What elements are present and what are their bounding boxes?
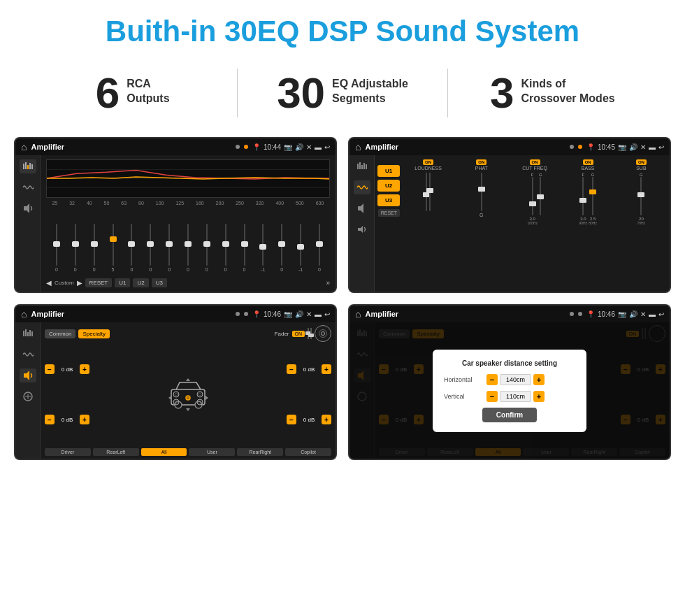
nav-wave-icon[interactable] — [20, 180, 36, 194]
minimize-icon: ▬ — [315, 143, 322, 151]
nav-eq-icon[interactable] — [20, 159, 36, 173]
preset-u1[interactable]: U1 — [377, 165, 400, 177]
dot-icon-8 — [578, 312, 582, 316]
db-plus-bl[interactable]: + — [80, 415, 89, 424]
fader-tab-common[interactable]: Common — [45, 329, 75, 338]
db-minus-tl[interactable]: − — [45, 364, 55, 374]
eq-slider-7[interactable]: 0 — [179, 220, 197, 275]
settings-icon[interactable] — [315, 325, 331, 342]
eq-slider-9[interactable]: 0 — [217, 220, 235, 275]
vertical-plus-btn[interactable]: + — [533, 391, 545, 402]
dot-icon-7 — [570, 312, 574, 316]
dot-icon-1 — [236, 145, 240, 149]
nav-expand-icon-3[interactable] — [20, 389, 36, 403]
home-icon-3[interactable]: ⌂ — [21, 308, 27, 320]
phat-label: PHAT — [475, 166, 488, 171]
eq-slider-13[interactable]: -1 — [291, 220, 310, 275]
btn-user[interactable]: User — [189, 448, 235, 456]
nav-wave-icon-2[interactable] — [354, 180, 370, 194]
eq-slider-10[interactable]: 0 — [236, 220, 254, 275]
fader-tab-specialty[interactable]: Specialty — [78, 329, 109, 338]
eq-slider-2[interactable]: 0 — [85, 220, 103, 275]
home-icon-4[interactable]: ⌂ — [355, 308, 361, 320]
btn-rearright[interactable]: RearRight — [237, 448, 283, 456]
eq-prev-btn[interactable]: ◀ — [46, 279, 52, 287]
db-minus-bl[interactable]: − — [45, 415, 55, 424]
preset-u2[interactable]: U2 — [377, 180, 400, 192]
nav-speaker-icon-3[interactable] — [20, 368, 36, 382]
horizontal-minus-btn[interactable]: − — [486, 374, 498, 385]
confirm-button[interactable]: Confirm — [482, 408, 537, 422]
eq-slider-11[interactable]: -1 — [254, 220, 272, 275]
nav-eq-icon-3[interactable] — [20, 327, 36, 341]
stat-rca-number: 6 — [96, 71, 120, 115]
btn-driver[interactable]: Driver — [45, 448, 91, 456]
crossover-reset[interactable]: RESET — [378, 209, 400, 217]
cutfreq-slider-f[interactable] — [532, 177, 533, 215]
preset-u3[interactable]: U3 — [377, 194, 400, 206]
nav-volume-icon-2[interactable] — [354, 222, 370, 236]
eq-side-nav — [15, 155, 41, 292]
nav-speaker-icon[interactable] — [20, 201, 36, 215]
db-value-br: 0 dB — [298, 417, 319, 423]
eq-u1-btn[interactable]: U1 — [115, 278, 130, 287]
eq-bottom-bar: ◀ Custom ▶ RESET U1 U2 U3 » — [46, 278, 330, 287]
location-icon-3: 📍 — [252, 310, 261, 318]
svg-rect-10 — [359, 162, 361, 169]
btn-copilot[interactable]: Copilot — [285, 448, 331, 456]
eq-slider-5[interactable]: 0 — [141, 220, 159, 275]
db-plus-br[interactable]: + — [322, 415, 331, 424]
db-plus-tr[interactable]: + — [322, 364, 331, 374]
vertical-stepper: − 110cm + — [486, 391, 545, 402]
cutfreq-slider-g[interactable] — [540, 177, 541, 215]
horizontal-plus-btn[interactable]: + — [533, 374, 545, 385]
eq-u2-btn[interactable]: U2 — [133, 278, 148, 287]
eq-slider-1[interactable]: 0 — [66, 220, 85, 275]
svg-point-25 — [322, 332, 325, 336]
btn-all[interactable]: All — [141, 448, 187, 456]
bass-slider-f[interactable] — [582, 177, 584, 215]
back-icon-2[interactable]: ↩ — [658, 143, 664, 151]
phat-slider[interactable] — [481, 173, 482, 211]
nav-speaker-icon-2[interactable] — [354, 201, 370, 215]
svg-point-31 — [175, 393, 178, 396]
btn-rearleft[interactable]: RearLeft — [93, 448, 139, 456]
eq-slider-0[interactable]: 0 — [48, 220, 66, 275]
crossover-side-nav — [349, 155, 375, 292]
eq-sliders: 0 0 0 5 0 0 0 0 0 0 0 -1 0 -1 0 — [46, 207, 330, 275]
back-icon-3[interactable]: ↩ — [324, 310, 330, 318]
vertical-minus-btn[interactable]: − — [486, 391, 498, 402]
eq-slider-6[interactable]: 0 — [160, 220, 178, 275]
db-minus-tr[interactable]: − — [287, 364, 296, 374]
eq-next-btn[interactable]: ▶ — [77, 279, 82, 287]
eq-slider-12[interactable]: 0 — [273, 220, 291, 275]
svg-rect-19 — [29, 330, 31, 336]
bass-slider-g[interactable] — [592, 177, 593, 215]
back-icon[interactable]: ↩ — [324, 143, 330, 151]
dialog-horizontal-row: Horizontal − 140cm + — [444, 374, 575, 385]
home-icon[interactable]: ⌂ — [21, 141, 27, 152]
db-control-br: − 0 dB + — [287, 415, 331, 424]
nav-eq-icon-2[interactable] — [354, 159, 370, 173]
db-plus-tl[interactable]: + — [80, 364, 89, 374]
expand-icon[interactable]: » — [326, 279, 330, 287]
eq-slider-14[interactable]: 0 — [310, 220, 329, 275]
fader-on-btn[interactable]: ON — [292, 331, 305, 337]
fader-slider-2[interactable] — [310, 328, 312, 339]
eq-slider-4[interactable]: 0 — [122, 220, 140, 275]
status-icons-crossover: 📍 10:45 📷 🔊 ✕ ▬ ↩ — [586, 143, 664, 151]
eq-slider-8[interactable]: 0 — [198, 220, 216, 275]
eq-reset-btn[interactable]: RESET — [85, 278, 113, 287]
nav-wave-icon-3[interactable] — [20, 348, 36, 361]
eq-u3-btn[interactable]: U3 — [152, 278, 167, 287]
eq-slider-3[interactable]: 5 — [104, 220, 122, 275]
vertical-label: Vertical — [444, 393, 482, 400]
minimize-icon-3: ▬ — [315, 310, 322, 318]
svg-rect-13 — [366, 164, 367, 169]
db-control-tl: − 0 dB + — [45, 364, 89, 374]
loudness-slider-r[interactable] — [429, 173, 431, 211]
home-icon-2[interactable]: ⌂ — [355, 141, 361, 152]
back-icon-4[interactable]: ↩ — [658, 310, 664, 318]
db-minus-br[interactable]: − — [287, 415, 296, 424]
sub-slider[interactable] — [640, 177, 642, 215]
